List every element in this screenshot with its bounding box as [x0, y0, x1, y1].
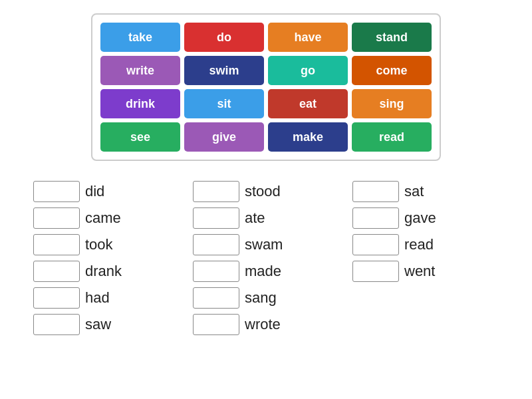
past-word-had: had — [85, 289, 110, 307]
exercise-row-saw: saw — [33, 314, 180, 335]
word-tile-have[interactable]: have — [268, 23, 348, 52]
past-word-did: did — [85, 183, 104, 200]
word-tile-take[interactable]: take — [100, 23, 180, 52]
word-tile-stand[interactable]: stand — [352, 23, 432, 52]
exercise-column-0: didcametookdrankhadsaw — [33, 181, 180, 335]
exercise-row-sat: sat — [352, 181, 499, 202]
exercise-row-stood: stood — [193, 181, 339, 202]
word-tile-make[interactable]: make — [268, 122, 348, 152]
past-word-gave: gave — [404, 209, 436, 227]
answer-box-sat[interactable] — [352, 181, 399, 202]
past-word-took: took — [85, 236, 113, 253]
answer-box-came[interactable] — [33, 207, 80, 229]
exercise-row-took: took — [33, 234, 180, 255]
exercise-row-swam: swam — [193, 234, 339, 255]
exercise-row-went: went — [352, 261, 499, 282]
word-tile-write[interactable]: write — [100, 56, 180, 85]
answer-box-wrote[interactable] — [193, 314, 239, 335]
exercise-row-wrote: wrote — [193, 314, 339, 335]
word-tile-swim[interactable]: swim — [184, 56, 264, 85]
word-grid: takedohavestandwriteswimgocomedrinksitea… — [91, 13, 441, 161]
exercise-row-ate: ate — [193, 207, 339, 229]
exercise-column-2: satgavereadwent — [352, 181, 499, 335]
word-tile-do[interactable]: do — [184, 23, 264, 52]
past-word-came: came — [85, 209, 121, 227]
exercise-row-had: had — [33, 287, 180, 309]
exercise-row-sang: sang — [193, 287, 339, 309]
answer-box-made[interactable] — [193, 261, 239, 282]
answer-box-stood[interactable] — [193, 181, 239, 202]
word-tile-eat[interactable]: eat — [268, 89, 348, 118]
past-word-made: made — [245, 263, 281, 280]
word-tile-see[interactable]: see — [100, 122, 180, 152]
answer-box-sang[interactable] — [193, 287, 239, 309]
answer-box-read[interactable] — [352, 234, 399, 255]
past-word-saw: saw — [85, 316, 111, 333]
exercise-row-did: did — [33, 181, 180, 202]
answer-box-ate[interactable] — [193, 207, 239, 229]
past-word-drank: drank — [85, 263, 122, 280]
answer-box-gave[interactable] — [352, 207, 399, 229]
exercise-row-came: came — [33, 207, 180, 229]
past-word-went: went — [404, 263, 435, 280]
past-word-wrote: wrote — [245, 316, 281, 333]
word-tile-give[interactable]: give — [184, 122, 264, 152]
past-word-sang: sang — [245, 289, 277, 307]
exercise-section: didcametookdrankhadsawstoodateswammadesa… — [33, 181, 499, 335]
answer-box-drank[interactable] — [33, 261, 80, 282]
exercise-row-gave: gave — [352, 207, 499, 229]
word-tile-drink[interactable]: drink — [100, 89, 180, 118]
answer-box-took[interactable] — [33, 234, 80, 255]
exercise-row-made: made — [193, 261, 339, 282]
past-word-read: read — [404, 236, 434, 253]
answer-box-went[interactable] — [352, 261, 399, 282]
past-word-ate: ate — [245, 209, 265, 227]
word-tile-come[interactable]: come — [352, 56, 432, 85]
word-tile-read[interactable]: read — [352, 122, 432, 152]
word-tile-sing[interactable]: sing — [352, 89, 432, 118]
answer-box-had[interactable] — [33, 287, 80, 309]
exercise-row-read: read — [352, 234, 499, 255]
answer-box-swam[interactable] — [193, 234, 239, 255]
answer-box-saw[interactable] — [33, 314, 80, 335]
past-word-sat: sat — [404, 183, 424, 200]
exercise-row-drank: drank — [33, 261, 180, 282]
word-tile-go[interactable]: go — [268, 56, 348, 85]
word-tile-sit[interactable]: sit — [184, 89, 264, 118]
past-word-stood: stood — [245, 183, 281, 200]
answer-box-did[interactable] — [33, 181, 80, 202]
exercise-column-1: stoodateswammadesangwrote — [193, 181, 339, 335]
past-word-swam: swam — [245, 236, 283, 253]
